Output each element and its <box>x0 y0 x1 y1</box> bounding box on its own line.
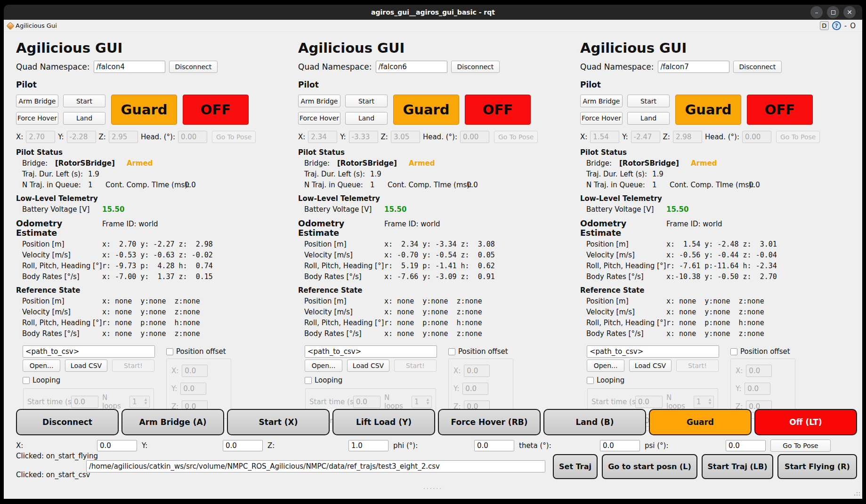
start-button[interactable]: Start <box>63 95 105 107</box>
namespace-input[interactable] <box>376 61 447 73</box>
namespace-input[interactable] <box>94 61 165 73</box>
title-bar[interactable]: agiros_gui__agiros_gui_basic - rqt – ✕ <box>4 5 862 20</box>
land-button[interactable]: Land <box>627 112 670 125</box>
n-traj-value: 1 <box>88 181 105 189</box>
global-arm-bridge-button[interactable]: Arm Bridge (A) <box>121 409 224 435</box>
odom-rates-row: Body Rates [°/s] x:-10.38 y: -0.50 z: 2.… <box>580 272 826 281</box>
global-land-button[interactable]: Land (B) <box>543 409 646 435</box>
open-button[interactable]: Open... <box>305 360 342 372</box>
start-button[interactable]: Start <box>345 95 388 107</box>
minimize-button[interactable]: – <box>810 6 823 18</box>
off-button[interactable]: OFF <box>183 95 249 125</box>
splitter-handle[interactable]: ······ <box>4 486 862 492</box>
position-offset-checkbox[interactable] <box>448 348 455 355</box>
global-psi-input[interactable] <box>726 440 766 451</box>
land-button[interactable]: Land <box>63 112 105 125</box>
off-button[interactable]: OFF <box>465 95 531 125</box>
position-offset-checkbox[interactable] <box>166 348 173 355</box>
disconnect-button[interactable]: Disconnect <box>733 61 782 73</box>
namespace-row: Quad Namespace: Disconnect <box>580 61 826 73</box>
guard-button[interactable]: Guard <box>111 95 177 125</box>
global-phi-input[interactable] <box>474 440 514 451</box>
global-go-to-pose-button[interactable]: Go To Pose <box>770 440 831 452</box>
trajectory-csv-path-input[interactable] <box>86 460 545 472</box>
maximize-button[interactable] <box>827 6 839 18</box>
odom-velocity-value: x: -0.70 y: -0.54 z: 0.05 <box>384 251 495 259</box>
looping-checkbox[interactable] <box>587 377 594 384</box>
looping-checkbox[interactable] <box>23 377 30 384</box>
csv-path-input[interactable] <box>23 345 155 358</box>
global-disconnect-button[interactable]: Disconnect <box>16 409 119 435</box>
dock-minimize-icon[interactable]: - <box>844 22 847 30</box>
arm-bridge-button[interactable]: Arm Bridge <box>16 95 58 107</box>
start-traj-button[interactable]: Start Traj (LB) <box>702 454 773 479</box>
start-flying-button[interactable]: Start Flying (R) <box>777 454 857 479</box>
odometry-heading: Odometry Estimate <box>298 219 384 238</box>
open-button[interactable]: Open... <box>587 360 624 372</box>
offset-y-label: Y: <box>453 384 459 393</box>
load-csv-button[interactable]: Load CSV <box>347 360 389 372</box>
dock-button[interactable]: D <box>820 21 829 30</box>
off-button[interactable]: OFF <box>747 95 813 125</box>
looping-checkbox[interactable] <box>305 377 312 384</box>
land-button[interactable]: Land <box>345 112 388 125</box>
global-x-input[interactable] <box>97 440 137 451</box>
global-z-input[interactable] <box>348 440 388 451</box>
arm-bridge-button[interactable]: Arm Bridge <box>298 95 340 107</box>
ref-position-value: x: none y:none z:none <box>666 297 764 305</box>
open-button[interactable]: Open... <box>23 360 60 372</box>
guard-button[interactable]: Guard <box>675 95 741 125</box>
n-traj-label: N Traj. in Queue: <box>22 181 88 189</box>
velocity-label: Velocity [m/s] <box>586 251 666 259</box>
force-hover-button[interactable]: Force Hover <box>16 112 58 125</box>
help-icon[interactable]: ? <box>832 21 841 30</box>
y-label: Y: <box>622 133 628 141</box>
battery-row: Battery Voltage [V] 15.50 <box>16 205 261 214</box>
global-phi-label: phi (°): <box>393 441 418 450</box>
looping-row: Looping <box>305 376 442 384</box>
global-off-button[interactable]: Off (LT) <box>754 409 857 435</box>
battery-label: Battery Voltage [V] <box>586 205 666 214</box>
start-csv-button: Start! <box>112 360 154 372</box>
global-y-input[interactable] <box>223 440 263 451</box>
set-traj-button[interactable]: Set Traj <box>553 454 598 479</box>
position-offset-label: Position offset <box>176 347 226 356</box>
pose-z-input <box>109 131 138 143</box>
close-button[interactable]: ✕ <box>843 6 856 18</box>
pose-x-input <box>590 131 619 143</box>
disconnect-button[interactable]: Disconnect <box>169 61 218 73</box>
reference-heading: Reference State <box>16 286 261 295</box>
ref-rph-row: Roll, Pitch, Heading [°] r: none p:none … <box>580 319 826 327</box>
namespace-input[interactable] <box>658 61 729 73</box>
dock-close-icon[interactable]: O <box>850 22 856 30</box>
global-start-button[interactable]: Start (X) <box>227 409 330 435</box>
force-hover-button[interactable]: Force Hover <box>298 112 340 125</box>
arm-bridge-button[interactable]: Arm Bridge <box>580 95 623 107</box>
pilot-buttons: Arm Bridge Start Force Hover Land Guard … <box>298 95 543 125</box>
minimize-icon: – <box>815 9 818 16</box>
cont-comp-label: Cont. Comp. TIme (ms): <box>670 181 749 189</box>
csv-path-input[interactable] <box>305 345 437 358</box>
global-force-hover-button[interactable]: Force Hover (RB) <box>438 409 541 435</box>
traj-duration-row: Traj. Dur. Left (s): 1.9 <box>16 170 261 178</box>
csv-path-input[interactable] <box>587 345 719 358</box>
odom-rates-value: x: -7.00 y: 1.37 z: 0.15 <box>102 272 213 281</box>
offset-y-row: Y: <box>453 383 508 395</box>
global-theta-input[interactable] <box>600 440 640 451</box>
load-csv-button[interactable]: Load CSV <box>629 360 672 372</box>
global-lift-load-button[interactable]: Lift Load (Y) <box>332 409 435 435</box>
odometry-heading: Odometry Estimate <box>16 219 102 238</box>
go-to-start-posn-button[interactable]: Go to start posn (L) <box>602 454 697 479</box>
position-offset-checkbox[interactable] <box>730 348 737 355</box>
ref-rph-row: Roll, Pitch, Heading [°] r: none p:none … <box>298 319 543 327</box>
clicked-csv-status: Clicked: on_start_csv <box>16 471 90 479</box>
start-button[interactable]: Start <box>627 95 670 107</box>
load-csv-button[interactable]: Load CSV <box>65 360 107 372</box>
offset-x-row: X: <box>736 365 790 377</box>
disconnect-button[interactable]: Disconnect <box>451 61 500 73</box>
bridge-label: Bridge: <box>304 159 337 168</box>
guard-button[interactable]: Guard <box>393 95 459 125</box>
resize-grip[interactable] <box>857 492 858 493</box>
global-guard-button[interactable]: Guard <box>649 409 752 435</box>
force-hover-button[interactable]: Force Hover <box>580 112 623 125</box>
